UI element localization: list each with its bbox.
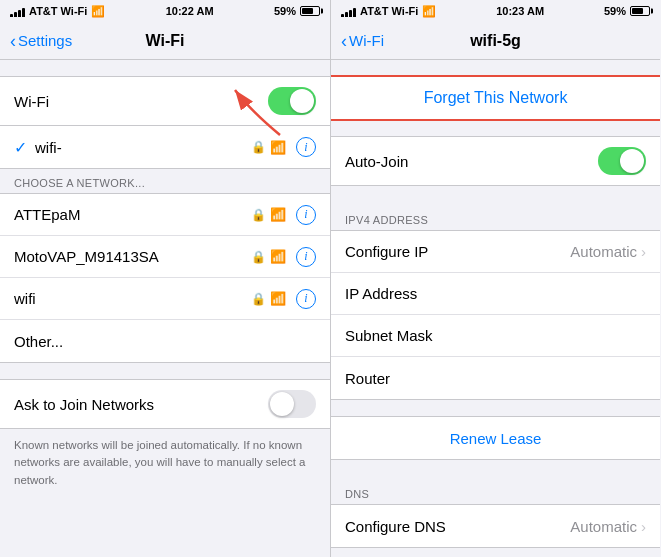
network-icons-1: 🔒 📶 i <box>251 247 316 267</box>
wifi-icon-1: 📶 <box>270 249 286 264</box>
renew-lease-row[interactable]: Renew Lease <box>331 417 660 459</box>
ip-address-label: IP Address <box>345 285 646 302</box>
ask-to-join-group: Ask to Join Networks <box>0 379 330 429</box>
page-title-right: wifi-5g <box>470 32 521 50</box>
network-name-other: Other... <box>14 333 316 350</box>
router-row[interactable]: Router <box>331 357 660 399</box>
chevron-back-icon-left: ‹ <box>10 32 16 50</box>
status-bar-left: AT&T Wi-Fi 📶 10:22 AM 59% <box>0 0 330 22</box>
ask-to-join-label: Ask to Join Networks <box>14 396 268 413</box>
footer-text: Known networks will be joined automatica… <box>0 429 330 497</box>
carrier-label-right: AT&T Wi-Fi <box>360 5 418 17</box>
signal-icon-right <box>341 5 356 17</box>
battery-label-left: 59% <box>274 5 296 17</box>
ipv4-section-label: IPV4 ADDRESS <box>345 214 428 226</box>
network-row-other[interactable]: Other... <box>0 320 330 362</box>
status-right-right: 59% <box>604 5 650 17</box>
info-icon-2[interactable]: i <box>296 289 316 309</box>
back-button-right[interactable]: ‹ Wi-Fi <box>341 32 384 50</box>
network-name-0: ATTEpaM <box>14 206 251 223</box>
signal-icon <box>10 5 25 17</box>
connected-network-label: wifi- <box>35 139 251 156</box>
back-label-left: Settings <box>18 32 72 49</box>
auto-join-label: Auto-Join <box>345 153 598 170</box>
network-row-1[interactable]: MotoVAP_M91413SA 🔒 📶 i <box>0 236 330 278</box>
connected-network-group: ✓ wifi- 🔒 📶 i <box>0 126 330 169</box>
configure-dns-value: Automatic <box>570 518 637 535</box>
connected-network-icons: 🔒 📶 i <box>251 137 316 157</box>
chevron-right-icon-dns: › <box>641 518 646 535</box>
battery-label-right: 59% <box>604 5 626 17</box>
nav-bar-right: ‹ Wi-Fi wifi-5g <box>331 22 660 60</box>
time-label-right: 10:23 AM <box>496 5 544 17</box>
connected-network-row[interactable]: ✓ wifi- 🔒 📶 i <box>0 126 330 168</box>
chevron-right-icon-configure-ip: › <box>641 243 646 260</box>
configure-ip-row[interactable]: Configure IP Automatic › <box>331 231 660 273</box>
forget-network-group: Forget This Network <box>331 76 660 120</box>
wifi-status-icon: 📶 <box>91 5 105 18</box>
network-name-2: wifi <box>14 290 251 307</box>
wifi-icon-2: 📶 <box>270 291 286 306</box>
wifi-toggle-row[interactable]: Wi-Fi <box>0 77 330 125</box>
wifi-toggle[interactable] <box>268 87 316 115</box>
network-icons-2: 🔒 📶 i <box>251 289 316 309</box>
status-left: AT&T Wi-Fi 📶 <box>10 5 105 18</box>
configure-dns-label: Configure DNS <box>345 518 570 535</box>
wifi-icon-0: 📶 <box>270 207 286 222</box>
info-icon-1[interactable]: i <box>296 247 316 267</box>
lock-icon-2: 🔒 <box>251 292 266 306</box>
forget-network-label: Forget This Network <box>424 89 568 107</box>
battery-icon-right <box>630 6 650 16</box>
info-icon-connected[interactable]: i <box>296 137 316 157</box>
wifi-status-icon-right: 📶 <box>422 5 436 18</box>
battery-icon-left <box>300 6 320 16</box>
back-button-left[interactable]: ‹ Settings <box>10 32 72 50</box>
back-label-right: Wi-Fi <box>349 32 384 49</box>
ask-to-join-knob <box>270 392 294 416</box>
wifi-icon-connected: 📶 <box>270 140 286 155</box>
configure-dns-row[interactable]: Configure DNS Automatic › <box>331 505 660 547</box>
ipv4-group: Configure IP Automatic › IP Address Subn… <box>331 230 660 400</box>
auto-join-toggle[interactable] <box>598 147 646 175</box>
forget-network-row[interactable]: Forget This Network <box>331 77 660 119</box>
renew-lease-group: Renew Lease <box>331 416 660 460</box>
auto-join-row[interactable]: Auto-Join <box>331 137 660 185</box>
configure-ip-label: Configure IP <box>345 243 570 260</box>
auto-join-knob <box>620 149 644 173</box>
dns-section-label: DNS <box>345 488 369 500</box>
checkmark-icon: ✓ <box>14 138 27 157</box>
info-icon-0[interactable]: i <box>296 205 316 225</box>
renew-lease-label: Renew Lease <box>450 430 542 447</box>
lock-icon-connected: 🔒 <box>251 140 266 154</box>
lock-icon-1: 🔒 <box>251 250 266 264</box>
page-title-left: Wi-Fi <box>146 32 185 50</box>
available-networks-group: ATTEpaM 🔒 📶 i MotoVAP_M91413SA 🔒 📶 i wif… <box>0 193 330 363</box>
ask-to-join-toggle[interactable] <box>268 390 316 418</box>
ask-to-join-row[interactable]: Ask to Join Networks <box>0 380 330 428</box>
chevron-back-icon-right: ‹ <box>341 32 347 50</box>
wifi-toggle-label: Wi-Fi <box>14 93 268 110</box>
ip-address-row[interactable]: IP Address <box>331 273 660 315</box>
status-right-left: 59% <box>274 5 320 17</box>
left-panel: AT&T Wi-Fi 📶 10:22 AM 59% ‹ Settings Wi-… <box>0 0 330 557</box>
subnet-mask-label: Subnet Mask <box>345 327 646 344</box>
network-name-1: MotoVAP_M91413SA <box>14 248 251 265</box>
status-bar-right: AT&T Wi-Fi 📶 10:23 AM 59% <box>331 0 660 22</box>
network-row-2[interactable]: wifi 🔒 📶 i <box>0 278 330 320</box>
nav-bar-left: ‹ Settings Wi-Fi <box>0 22 330 60</box>
status-left-right: AT&T Wi-Fi 📶 <box>341 5 436 18</box>
subnet-mask-row[interactable]: Subnet Mask <box>331 315 660 357</box>
dns-section-header-wrapper: DNS <box>331 476 660 504</box>
wifi-toggle-group: Wi-Fi <box>0 76 330 126</box>
network-icons-0: 🔒 📶 i <box>251 205 316 225</box>
network-row-0[interactable]: ATTEpaM 🔒 📶 i <box>0 194 330 236</box>
carrier-label: AT&T Wi-Fi <box>29 5 87 17</box>
lock-icon-0: 🔒 <box>251 208 266 222</box>
right-panel: AT&T Wi-Fi 📶 10:23 AM 59% ‹ Wi-Fi wifi-5… <box>330 0 660 557</box>
configure-ip-value: Automatic <box>570 243 637 260</box>
auto-join-group: Auto-Join <box>331 136 660 186</box>
dns-group: Configure DNS Automatic › <box>331 504 660 548</box>
ipv4-section-header-wrapper: IPV4 ADDRESS <box>331 202 660 230</box>
toggle-knob <box>290 89 314 113</box>
choose-network-header: CHOOSE A NETWORK... <box>0 169 330 193</box>
